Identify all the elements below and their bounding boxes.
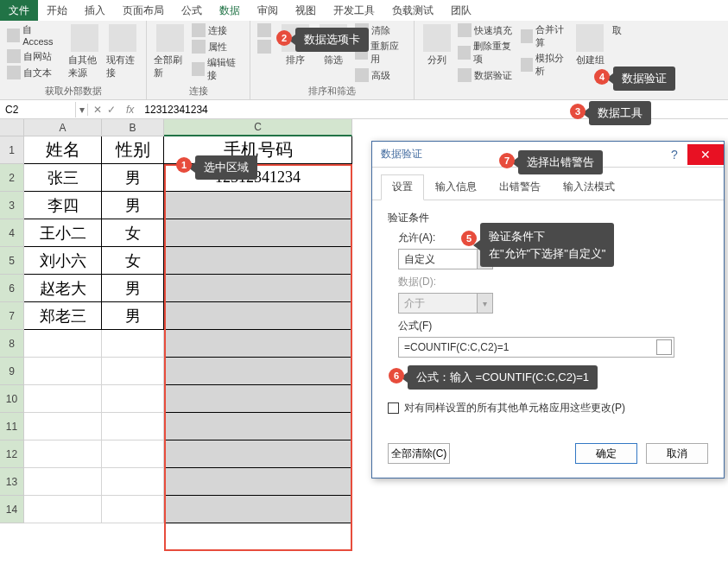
- cell-C6[interactable]: [164, 275, 352, 302]
- cell-B6[interactable]: 男: [102, 275, 164, 302]
- menu-data[interactable]: 数据: [211, 0, 249, 21]
- btn-connections[interactable]: 连接: [190, 22, 244, 38]
- row-hdr-1[interactable]: 1: [0, 136, 24, 164]
- row-hdr-9[interactable]: 9: [0, 358, 24, 385]
- tab-settings[interactable]: 设置: [381, 174, 424, 200]
- menu-review[interactable]: 审阅: [249, 0, 287, 21]
- btn-existing-conn[interactable]: 现有连接: [104, 22, 141, 81]
- name-box[interactable]: C2: [0, 102, 76, 117]
- select-all-corner[interactable]: [0, 119, 24, 136]
- btn-flashfill[interactable]: 快速填充: [456, 22, 517, 38]
- menu-dev[interactable]: 开发工具: [325, 0, 383, 21]
- cell-C3[interactable]: [164, 192, 352, 219]
- cell-B9[interactable]: [102, 358, 164, 385]
- cell-A13[interactable]: [24, 468, 102, 496]
- formula-input-box[interactable]: =COUNTIF(C:C,C2)=1: [398, 337, 674, 358]
- cell-B2[interactable]: 男: [102, 164, 164, 192]
- row-hdr-13[interactable]: 13: [0, 468, 24, 496]
- cell-B14[interactable]: [102, 496, 164, 523]
- cell-B10[interactable]: [102, 385, 164, 413]
- menu-loadtest[interactable]: 负载测试: [383, 0, 442, 21]
- cell-A9[interactable]: [24, 358, 102, 385]
- apply-all-checkbox-row[interactable]: 对有同样设置的所有其他单元格应用这些更改(P): [388, 401, 708, 415]
- cancel-fx-icon[interactable]: ✕: [93, 104, 102, 116]
- cell-A11[interactable]: [24, 413, 102, 440]
- menu-home[interactable]: 开始: [38, 0, 76, 21]
- cell-A6[interactable]: 赵老大: [24, 275, 102, 302]
- ok-button[interactable]: 确定: [575, 443, 637, 464]
- cell-B8[interactable]: [102, 330, 164, 358]
- btn-access[interactable]: 自 Access: [5, 22, 65, 48]
- clear-all-button[interactable]: 全部清除(C): [388, 443, 450, 464]
- col-hdr-C[interactable]: C: [164, 119, 352, 136]
- cell-A12[interactable]: [24, 440, 102, 468]
- cell-B3[interactable]: 男: [102, 192, 164, 219]
- row-hdr-8[interactable]: 8: [0, 330, 24, 358]
- row-hdr-3[interactable]: 3: [0, 192, 24, 219]
- btn-sort-za[interactable]: [256, 39, 275, 54]
- cell-C12[interactable]: [164, 440, 352, 468]
- btn-web[interactable]: 自网站: [5, 48, 65, 64]
- cell-C1[interactable]: 手机号码: [164, 136, 352, 164]
- menu-view[interactable]: 视图: [287, 0, 325, 21]
- allow-select[interactable]: 自定义 ▾: [398, 249, 493, 269]
- cell-A5[interactable]: 刘小六: [24, 247, 102, 275]
- cell-C5[interactable]: [164, 247, 352, 275]
- checkbox-icon[interactable]: [388, 402, 399, 414]
- cell-C11[interactable]: [164, 413, 352, 440]
- btn-advanced[interactable]: 高级: [353, 67, 408, 83]
- row-hdr-11[interactable]: 11: [0, 413, 24, 440]
- btn-properties[interactable]: 属性: [190, 39, 244, 54]
- row-hdr-5[interactable]: 5: [0, 247, 24, 275]
- cell-B11[interactable]: [102, 413, 164, 440]
- row-hdr-6[interactable]: 6: [0, 275, 24, 302]
- btn-other-source[interactable]: 自其他来源: [66, 22, 103, 81]
- row-hdr-12[interactable]: 12: [0, 440, 24, 468]
- cell-C10[interactable]: [164, 385, 352, 413]
- dialog-close-icon[interactable]: ✕: [687, 144, 724, 165]
- btn-text[interactable]: 自文本: [5, 65, 65, 80]
- cell-A2[interactable]: 张三: [24, 164, 102, 192]
- row-hdr-4[interactable]: 4: [0, 219, 24, 247]
- cell-A3[interactable]: 李四: [24, 192, 102, 219]
- row-hdr-7[interactable]: 7: [0, 302, 24, 330]
- accept-fx-icon[interactable]: ✓: [107, 104, 116, 116]
- cell-B13[interactable]: [102, 468, 164, 496]
- btn-sort-az[interactable]: [256, 22, 275, 38]
- cell-A8[interactable]: [24, 330, 102, 358]
- btn-data-validation[interactable]: 数据验证: [456, 67, 517, 83]
- cell-B4[interactable]: 女: [102, 219, 164, 247]
- name-box-dropdown[interactable]: ▾: [76, 104, 88, 116]
- row-hdr-14[interactable]: 14: [0, 496, 24, 523]
- col-hdr-A[interactable]: A: [24, 119, 102, 136]
- tab-error-alert[interactable]: 出错警告: [488, 174, 552, 200]
- dialog-help-icon[interactable]: ?: [662, 148, 687, 162]
- col-hdr-B[interactable]: B: [102, 119, 164, 136]
- row-hdr-10[interactable]: 10: [0, 385, 24, 413]
- cell-A7[interactable]: 郑老三: [24, 302, 102, 330]
- cell-C14[interactable]: [164, 496, 352, 523]
- tab-input-msg[interactable]: 输入信息: [424, 174, 488, 200]
- menu-team[interactable]: 团队: [442, 0, 480, 21]
- menu-layout[interactable]: 页面布局: [114, 0, 173, 21]
- row-hdr-2[interactable]: 2: [0, 164, 24, 192]
- btn-text-to-cols[interactable]: 分列: [420, 22, 454, 83]
- cancel-button[interactable]: 取消: [646, 443, 708, 464]
- cell-C8[interactable]: [164, 330, 352, 358]
- cell-A4[interactable]: 王小二: [24, 219, 102, 247]
- cell-B12[interactable]: [102, 440, 164, 468]
- btn-consolidate[interactable]: 合并计算: [519, 22, 572, 50]
- cell-C13[interactable]: [164, 468, 352, 496]
- cell-B5[interactable]: 女: [102, 247, 164, 275]
- cell-A1[interactable]: 姓名: [24, 136, 102, 164]
- cell-A10[interactable]: [24, 385, 102, 413]
- menu-formula[interactable]: 公式: [173, 0, 211, 21]
- tab-ime[interactable]: 输入法模式: [552, 174, 626, 200]
- cell-B1[interactable]: 性别: [102, 136, 164, 164]
- fx-label[interactable]: fx: [121, 104, 139, 116]
- range-picker-icon[interactable]: [656, 339, 672, 355]
- cell-C9[interactable]: [164, 358, 352, 385]
- btn-editlinks[interactable]: 编辑链接: [190, 55, 244, 83]
- cell-C7[interactable]: [164, 302, 352, 330]
- cell-B7[interactable]: 男: [102, 302, 164, 330]
